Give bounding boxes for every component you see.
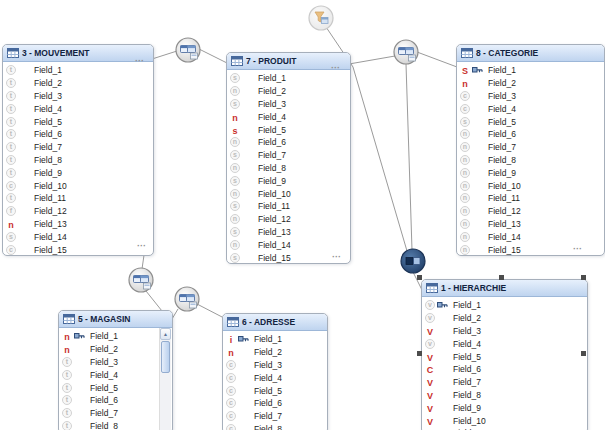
field-row[interactable]: nField_8 [227, 162, 350, 175]
selection-handle[interactable] [417, 275, 422, 280]
selection-handle[interactable] [499, 275, 504, 280]
field-row[interactable]: cField_4 [223, 371, 327, 384]
field-row[interactable]: SField_1 [457, 64, 604, 77]
table-header[interactable]: 8 - CATEGORIE [457, 45, 604, 62]
field-row[interactable]: nField_14 [227, 238, 350, 251]
field-row[interactable]: nField_14 [457, 230, 604, 243]
field-row[interactable]: nField_2 [227, 85, 350, 98]
field-row[interactable]: sField_5 [227, 123, 350, 136]
field-row[interactable]: vField_1 [422, 299, 587, 312]
scrollbar-thumb[interactable] [161, 341, 170, 373]
field-row[interactable]: sField_14 [3, 230, 153, 243]
field-row[interactable]: cField_15 [3, 243, 153, 256]
field-row[interactable]: tField_6 [3, 128, 153, 141]
join-connector-selected-icon[interactable] [401, 249, 425, 273]
table-header[interactable]: 3 - MOUVEMENT [3, 45, 153, 62]
field-row[interactable]: tField_2 [3, 77, 153, 90]
field-row[interactable]: nField_13 [3, 218, 153, 231]
field-row[interactable]: nField_6 [227, 136, 350, 149]
field-row[interactable]: iField_1 [223, 333, 327, 346]
scroll-up-button[interactable]: ▲ [160, 328, 171, 340]
table-box[interactable]: 8 - CATEGORIE SField_1nField_2cField_3cF… [456, 44, 605, 256]
field-type-icon: t [6, 65, 16, 75]
field-row[interactable]: sField_13 [227, 226, 350, 239]
field-row[interactable]: sField_5 [457, 115, 604, 128]
field-row[interactable]: VField_5 [422, 350, 587, 363]
field-row[interactable]: vField_4 [422, 337, 587, 350]
table-header[interactable]: 1 - HIERARCHIE [422, 280, 587, 297]
join-connector-icon[interactable] [176, 38, 200, 62]
field-row[interactable]: vField_2 [422, 312, 587, 325]
table-header[interactable]: 6 - ADRESSE [223, 314, 327, 331]
field-row[interactable]: tField_6 [59, 394, 172, 407]
field-row[interactable]: cField_5 [223, 384, 327, 397]
field-row[interactable]: tField_11 [3, 192, 153, 205]
field-row[interactable]: nField_2 [59, 343, 172, 356]
join-connector-icon[interactable] [175, 287, 199, 311]
field-row[interactable]: tField_8 [59, 420, 172, 430]
field-row[interactable]: VField_9 [422, 401, 587, 414]
field-row[interactable]: sField_7 [227, 149, 350, 162]
selection-handle[interactable] [581, 275, 586, 280]
field-row[interactable]: VField_10 [422, 414, 587, 427]
table-box[interactable]: 7 - PRODUIT sField_1nField_2sField_3nFie… [226, 52, 351, 264]
field-row[interactable]: tField_5 [3, 115, 153, 128]
selection-handle[interactable] [581, 351, 586, 356]
field-row[interactable]: nField_2 [223, 346, 327, 359]
field-row[interactable]: cField_10 [3, 179, 153, 192]
field-row[interactable]: nField_8 [457, 154, 604, 167]
field-row[interactable]: nField_11 [457, 192, 604, 205]
field-row[interactable]: cField_6 [223, 397, 327, 410]
field-row[interactable]: CField_6 [422, 363, 587, 376]
table-grid-icon [227, 316, 239, 328]
field-row[interactable]: tField_4 [3, 102, 153, 115]
selection-handle[interactable] [417, 351, 422, 356]
field-row[interactable]: tField_3 [59, 356, 172, 369]
field-row[interactable]: tField_4 [59, 368, 172, 381]
field-row[interactable]: nField_1 [59, 330, 172, 343]
field-row[interactable]: tField_9 [3, 166, 153, 179]
field-row[interactable]: tField_5 [59, 381, 172, 394]
field-row[interactable]: nField_6 [457, 128, 604, 141]
field-row[interactable]: cField_8 [223, 423, 327, 430]
field-row[interactable]: nField_4 [227, 110, 350, 123]
table-box[interactable]: 1 - HIERARCHIE vField_1vField_2VField_3v… [421, 279, 588, 430]
field-row[interactable]: sField_1 [227, 72, 350, 85]
field-row[interactable]: tField_1 [3, 64, 153, 77]
field-row[interactable]: nField_13 [457, 218, 604, 231]
field-row[interactable]: nField_12 [227, 213, 350, 226]
join-connector-icon[interactable] [129, 268, 153, 292]
table-box[interactable]: 6 - ADRESSE iField_1nField_2cField_3cFie… [222, 313, 328, 430]
field-row[interactable]: cField_4 [457, 102, 604, 115]
table-box[interactable]: 3 - MOUVEMENT tField_1tField_2tField_3tF… [2, 44, 154, 256]
field-row[interactable]: cField_3 [223, 359, 327, 372]
field-row[interactable]: tField_7 [59, 407, 172, 420]
field-row[interactable]: VField_3 [422, 325, 587, 338]
table-header[interactable]: 5 - MAGASIN [59, 311, 172, 328]
field-row[interactable]: VField_8 [422, 389, 587, 402]
table-box[interactable]: 5 - MAGASIN nField_1nField_2tField_3tFie… [58, 310, 173, 430]
field-row[interactable]: nField_7 [457, 141, 604, 154]
field-row[interactable]: cField_3 [457, 90, 604, 103]
field-row[interactable]: tField_7 [3, 141, 153, 154]
field-row[interactable]: fField_12 [3, 205, 153, 218]
field-row[interactable]: nField_10 [457, 179, 604, 192]
join-connector-icon[interactable] [394, 40, 418, 64]
field-row[interactable]: nField_9 [457, 166, 604, 179]
field-row[interactable]: VField_7 [422, 376, 587, 389]
field-row[interactable]: sField_11 [227, 200, 350, 213]
field-row[interactable]: tField_8 [3, 154, 153, 167]
field-row[interactable]: tField_3 [3, 90, 153, 103]
field-row[interactable]: nField_2 [457, 77, 604, 90]
field-row[interactable]: sField_9 [227, 174, 350, 187]
vertical-scrollbar[interactable]: ▲ [159, 328, 171, 430]
field-name-label: Field_1 [258, 73, 286, 83]
field-row[interactable]: sField_3 [227, 98, 350, 111]
field-row[interactable]: nField_10 [227, 187, 350, 200]
transform-connector-icon[interactable] [309, 6, 333, 30]
field-row[interactable]: nField_12 [457, 205, 604, 218]
field-row[interactable]: cField_7 [223, 410, 327, 423]
diagram-canvas[interactable]: 3 - MOUVEMENT tField_1tField_2tField_3tF… [0, 0, 605, 430]
resize-grip-dots: ··· [135, 56, 144, 66]
field-type-icon: s [6, 232, 16, 242]
